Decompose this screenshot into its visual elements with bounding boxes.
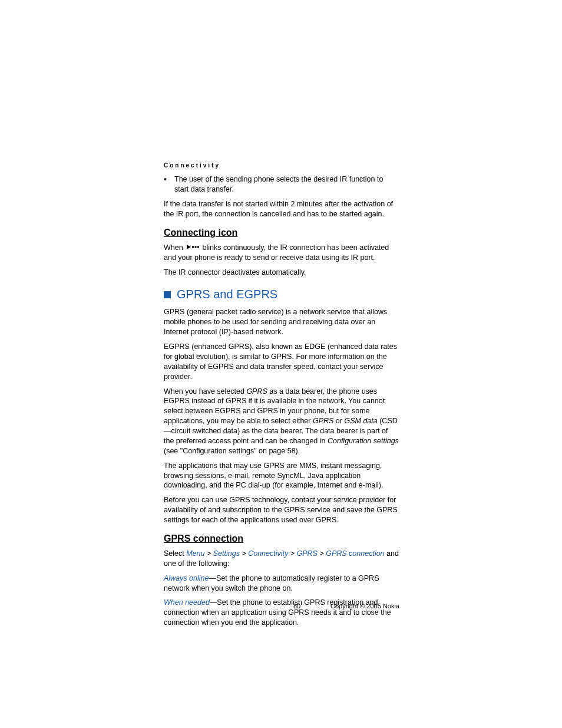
bullet-item: • The user of the sending phone selects … [164, 174, 399, 195]
bullet-text: The user of the sending phone selects th… [174, 174, 399, 195]
svg-rect-2 [197, 246, 199, 248]
square-bullet-icon [164, 291, 171, 298]
body-paragraph: Before you can use GPRS technology, cont… [164, 495, 399, 525]
ir-indicator-icon [186, 243, 199, 253]
option-label: When needed [164, 598, 210, 607]
text: > [318, 549, 326, 558]
menu-path-menu: Menu [186, 549, 204, 558]
option-label: Always online [164, 574, 209, 582]
term-gsm-data: GSM data [344, 417, 377, 425]
copyright: Copyright © 2005 Nokia [330, 602, 399, 610]
body-paragraph: When blinks continuously, the IR connect… [164, 243, 399, 263]
body-paragraph: When you have selected GPRS as a data be… [164, 387, 399, 456]
svg-rect-1 [195, 246, 197, 248]
text: > [205, 549, 213, 558]
text: > [240, 549, 248, 558]
menu-path-gprs: GPRS [297, 549, 318, 558]
text: > [288, 549, 296, 558]
text: When [164, 243, 185, 252]
heading-connecting-icon: Connecting icon [164, 228, 399, 238]
body-paragraph: If the data transfer is not started with… [164, 199, 399, 219]
body-paragraph: GPRS (general packet radio service) is a… [164, 307, 399, 337]
text: When you have selected [164, 387, 246, 396]
term-gprs: GPRS [313, 417, 333, 425]
term-gprs: GPRS [246, 387, 267, 396]
running-head: Connectivity [164, 162, 399, 169]
heading-gprs-connection: GPRS connection [164, 533, 399, 544]
menu-path-connectivity: Connectivity [248, 549, 288, 558]
menu-path-gprs-connection: GPRS connection [326, 549, 384, 558]
body-paragraph: The IR connector deactivates automatical… [164, 268, 399, 278]
body-paragraph: Select Menu > Settings > Connectivity > … [164, 549, 399, 569]
heading-gprs-egprs: GPRS and EGPRS [164, 288, 399, 301]
svg-rect-0 [192, 246, 194, 248]
heading-text: GPRS and EGPRS [177, 288, 277, 301]
body-paragraph: The applications that may use GPRS are M… [164, 461, 399, 491]
menu-path-settings: Settings [213, 549, 240, 558]
bullet-icon: • [164, 174, 174, 195]
text: (see "Configuration settings" on page 58… [164, 447, 300, 455]
page-number: 80 [293, 602, 300, 610]
body-paragraph: EGPRS (enhanced GPRS), also known as EDG… [164, 342, 399, 382]
page-content: Connectivity • The user of the sending p… [164, 162, 399, 633]
text: or [333, 417, 344, 425]
option-always-online: Always online—Set the phone to automatic… [164, 574, 399, 594]
text: Select [164, 549, 186, 558]
term-configuration-settings: Configuration settings [328, 437, 399, 445]
